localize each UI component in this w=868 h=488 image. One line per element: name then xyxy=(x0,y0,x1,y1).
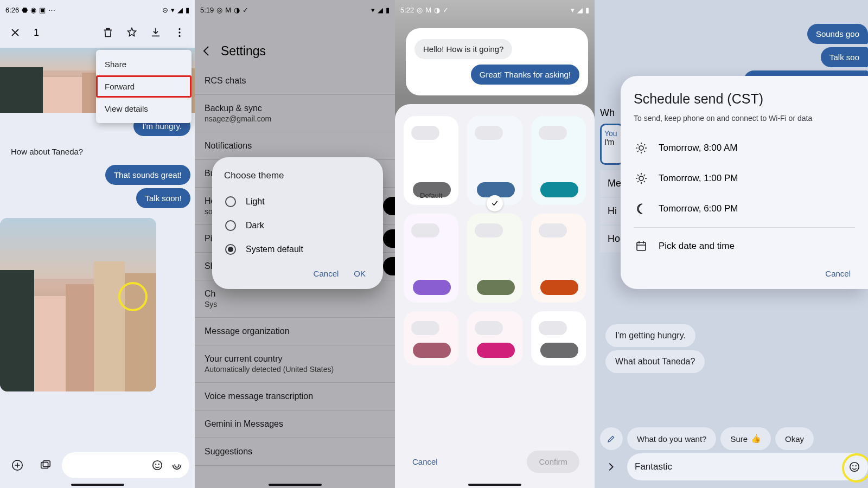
image-thumbnail-selected[interactable] xyxy=(0,218,156,391)
back-icon[interactable] xyxy=(200,44,213,57)
toggle-icon[interactable] xyxy=(383,229,395,248)
highlight-ring-icon xyxy=(842,453,868,483)
message-input[interactable] xyxy=(62,452,189,478)
menu-view-details[interactable]: View details xyxy=(96,98,192,120)
svg-rect-4 xyxy=(41,463,48,468)
opt-morning[interactable]: Tomorrow, 8:00 AM xyxy=(634,133,855,163)
sheet-confirm-button[interactable]: Confirm xyxy=(527,451,579,473)
calendar-icon xyxy=(635,240,648,253)
sheet-cancel-button[interactable]: Cancel xyxy=(410,451,440,473)
svg-point-2 xyxy=(178,35,180,37)
swatch-orange[interactable] xyxy=(531,214,586,303)
message-out[interactable]: Sounds goo xyxy=(807,24,868,44)
battery-icon: ▮ xyxy=(585,6,589,14)
swatch-magenta[interactable] xyxy=(467,311,522,365)
chip-suggestion[interactable]: What do you want? xyxy=(627,427,716,450)
voice-icon[interactable] xyxy=(171,459,183,471)
toggle-icon[interactable] xyxy=(383,257,395,275)
message-in[interactable]: How about Taneda? xyxy=(4,142,195,162)
swatch-mauve[interactable] xyxy=(404,311,458,365)
selection-toolbar: 1 xyxy=(0,17,195,48)
chip-suggestion[interactable]: Okay xyxy=(775,427,814,450)
row-gemini[interactable]: Gemini in Messages xyxy=(195,410,395,438)
nav-pill xyxy=(71,484,124,486)
message-in[interactable]: I'm getting hungry. xyxy=(605,324,695,347)
svg-point-9 xyxy=(639,146,643,150)
expand-button[interactable] xyxy=(600,456,622,478)
dnd-icon: ⊝ xyxy=(162,6,168,14)
message-in[interactable]: What about Taneda? xyxy=(605,350,705,373)
composer: Fantastic xyxy=(600,453,868,480)
overflow-menu: Share Forward View details xyxy=(96,50,192,123)
status-bar: 6:26 ⬣ ◉ ▣ ⋯ ⊝ ▾ ◢ ▮ xyxy=(0,0,195,17)
menu-forward[interactable]: Forward xyxy=(96,75,192,98)
sel-im: I'm xyxy=(604,138,617,146)
message-out[interactable]: Talk soon! xyxy=(136,188,190,208)
check-icon xyxy=(487,195,503,211)
row-suggestions[interactable]: Suggestions xyxy=(195,438,395,466)
signal-icon: ◢ xyxy=(177,6,183,14)
radio-light[interactable]: Light xyxy=(224,190,371,214)
row-voice[interactable]: Voice message transcription xyxy=(195,383,395,410)
card-cancel-button[interactable]: Cancel xyxy=(634,261,855,279)
suggestion-row: What do you want? Sure 👍 Okay xyxy=(600,427,868,450)
wifi-icon: ▾ xyxy=(371,6,375,14)
svg-point-1 xyxy=(178,31,180,33)
color-sheet: Default Cancel Confirm xyxy=(395,104,595,488)
card-hint: To send, keep phone on and connect to Wi… xyxy=(634,113,855,124)
swatch-olive[interactable] xyxy=(467,214,522,303)
signal-icon: ◢ xyxy=(378,6,383,14)
emoji-icon[interactable] xyxy=(151,459,163,471)
swatch-blue[interactable] xyxy=(467,116,522,205)
opt-evening[interactable]: Tomorrow, 6:00 PM xyxy=(634,194,855,224)
chip-magic[interactable] xyxy=(600,427,623,450)
delete-button[interactable] xyxy=(96,21,120,44)
star-button[interactable] xyxy=(120,21,144,44)
message-out[interactable]: That sounds great! xyxy=(105,165,190,185)
download-icon xyxy=(150,27,162,38)
svg-point-10 xyxy=(639,176,643,181)
svg-point-6 xyxy=(153,461,162,470)
overflow-button[interactable] xyxy=(168,21,192,44)
row-country[interactable]: Your current countryAutomatically detect… xyxy=(195,345,395,383)
radio-icon-selected xyxy=(225,244,236,255)
download-button[interactable] xyxy=(144,21,168,44)
swatch-default[interactable]: Default xyxy=(404,116,458,205)
wifi-icon: ▾ xyxy=(171,6,175,14)
svg-point-8 xyxy=(158,464,159,465)
opt-afternoon[interactable]: Tomorrow, 1:00 PM xyxy=(634,163,855,194)
message-input[interactable]: Fantastic xyxy=(627,453,868,480)
add-button[interactable] xyxy=(5,453,29,477)
status-time: 5:22 xyxy=(400,6,414,14)
swatch-grid: Default xyxy=(404,116,586,365)
swatch-grey[interactable] xyxy=(531,311,586,365)
input-text: Fantastic xyxy=(635,461,672,472)
panel-color-picker: 5:22◎M◑✓ ▾◢▮ Hello! How is it going? Gre… xyxy=(395,0,595,488)
status-bar: 5:22◎M◑✓ ▾◢▮ xyxy=(395,0,595,17)
row-msg-org[interactable]: Message organization xyxy=(195,318,395,345)
message-out[interactable]: Talk soo xyxy=(821,47,868,67)
radio-system[interactable]: System default xyxy=(224,237,371,261)
gallery-icon xyxy=(40,459,52,471)
gallery-button[interactable] xyxy=(34,453,58,477)
swatch-purple[interactable] xyxy=(404,214,458,303)
radio-dark[interactable]: Dark xyxy=(224,214,371,237)
opt-pick-date[interactable]: Pick date and time xyxy=(634,231,855,261)
status-bar: 5:19◎M◑✓ ▾◢▮ xyxy=(195,0,395,17)
divider xyxy=(634,227,855,228)
row-backup[interactable]: Backup & syncnsagez@gmail.com xyxy=(195,95,395,132)
row-notifications[interactable]: Notifications xyxy=(195,132,395,160)
chip-suggestion[interactable]: Sure 👍 xyxy=(720,427,771,450)
menu-share[interactable]: Share xyxy=(96,53,192,75)
theme-preview: Hello! How is it going? Great! Thanks fo… xyxy=(406,28,588,95)
status-time: 6:26 xyxy=(5,6,19,14)
sel-you: You xyxy=(604,129,617,138)
swatch-teal[interactable] xyxy=(531,116,586,205)
pencil-icon xyxy=(607,434,616,444)
composer xyxy=(0,452,195,478)
dialog-ok-button[interactable]: OK xyxy=(354,269,366,278)
row-rcs[interactable]: RCS chats xyxy=(195,67,395,95)
dialog-cancel-button[interactable]: Cancel xyxy=(314,269,339,278)
close-selection-button[interactable] xyxy=(3,21,27,44)
svg-rect-11 xyxy=(637,242,646,251)
